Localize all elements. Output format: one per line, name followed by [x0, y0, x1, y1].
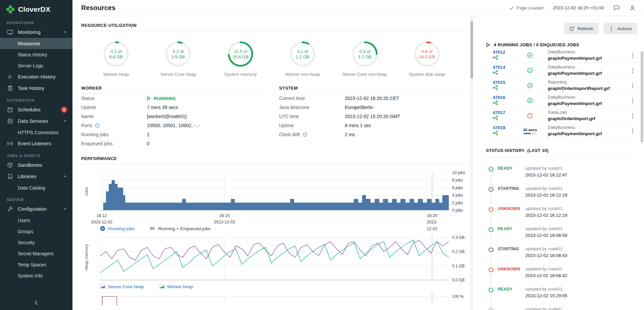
- main-scrollbar-thumb[interactable]: [471, 21, 473, 79]
- app-logo[interactable]: CloverDX: [0, 0, 72, 16]
- cpu-chart-partial: 100 %: [81, 292, 470, 305]
- job-graph-path: graph/OrderImportReport.grf: [548, 86, 628, 92]
- sidebar-item-secret-managers[interactable]: Secret Managers: [0, 248, 72, 259]
- power-status-icon: [487, 165, 495, 172]
- kebab-icon: ⋮: [609, 25, 614, 32]
- sidebar-item-server-logs[interactable]: Server Logs: [0, 60, 72, 71]
- job-graph-icon: [493, 70, 520, 76]
- sidebar: CloverDX OPERATIONS Monitoring Resources…: [0, 0, 72, 310]
- system-clock-drift-row: Clock drift 2 ms: [279, 130, 467, 139]
- sidebar-item-resources[interactable]: Resources: [0, 38, 72, 49]
- worker-running-jobs-row: Running jobs2: [81, 130, 263, 139]
- cpu-chart-plot: [100, 292, 449, 305]
- svg-text:1.2 GB: 1.2 GB: [296, 54, 309, 59]
- legend-running-jobs[interactable]: Running jobs: [100, 226, 135, 231]
- sidebar-item-groups[interactable]: Groups: [0, 226, 72, 237]
- y-tick-label: 6 jobs: [452, 186, 463, 190]
- status-history-entry: UNKNOWN updated by node012023-12-02 16:0…: [486, 262, 637, 282]
- error-icon: [527, 113, 533, 119]
- sidebar-item-libraries[interactable]: Libraries: [0, 171, 72, 182]
- sidebar-item-data-services[interactable]: Data Services: [0, 115, 72, 127]
- job-id-link[interactable]: 47015: [493, 80, 520, 85]
- play-outline-icon: [486, 43, 490, 47]
- gauge-server-core-heap: 0.2 of3.9 GB Server Core heap: [151, 41, 205, 77]
- app-root: CloverDX OPERATIONS Monitoring Resources…: [0, 0, 644, 310]
- heap-chart-legend: Server Core heap Worker heap: [100, 284, 470, 289]
- running-jobs-header: 4 RUNNING JOBS / 0 ENQUEUED JOBS: [486, 42, 637, 47]
- sidebar-item-temp-spaces[interactable]: Temp Spaces: [0, 259, 72, 270]
- gauge-ring-icon: 0.3 of1.2 GB: [352, 41, 378, 67]
- x-tick-label: 16:202023-12-02: [424, 213, 440, 232]
- updated-by: updated by node01: [525, 225, 567, 232]
- job-id-link[interactable]: 47017: [493, 110, 520, 115]
- job-menu-button[interactable]: ⋮: [628, 52, 637, 59]
- sidebar-item-users[interactable]: Users: [0, 215, 72, 226]
- sidebar-item-monitoring[interactable]: Monitoring: [0, 27, 72, 38]
- svg-text:0.6 of: 0.6 of: [422, 49, 433, 54]
- legend-worker-heap[interactable]: Worker heap: [159, 284, 193, 289]
- job-id-link[interactable]: 47014: [493, 65, 520, 70]
- right-panel-scrollbar[interactable]: [641, 51, 643, 143]
- sidebar-item-security[interactable]: Security: [0, 237, 72, 248]
- power-status-icon: [487, 185, 495, 193]
- job-menu-button[interactable]: ⋮: [628, 97, 637, 104]
- page-status-label: Page Loaded: [517, 5, 543, 10]
- sidebar-item-event-listeners[interactable]: Event Listeners: [0, 138, 72, 149]
- job-duration: 10 secs: [523, 128, 537, 132]
- chevron-up-icon: [63, 207, 67, 211]
- job-id-link[interactable]: 47018: [493, 125, 520, 130]
- job-id-link[interactable]: 47016: [493, 95, 520, 100]
- event-listeners-icon: [7, 140, 13, 147]
- gauge-label: System disk swap: [409, 72, 445, 77]
- sidebar-collapse-button[interactable]: [0, 295, 72, 310]
- job-id-link[interactable]: 47012: [493, 50, 520, 55]
- configuration-icon: [7, 206, 13, 212]
- feedback-button[interactable]: [613, 5, 620, 11]
- status-history-entry: STARTING updated by node012023-12-02 16:…: [486, 182, 637, 202]
- jobs-chart-plot: [100, 173, 449, 210]
- job-row: 47014 DailyBusinessgraph/PaymentImport.g…: [486, 63, 637, 78]
- legend-running-enqueued-jobs[interactable]: Running + Enqueued jobs: [150, 226, 211, 231]
- sidebar-item-status-history[interactable]: Status History: [0, 49, 72, 60]
- job-menu-button[interactable]: ⋮: [628, 67, 637, 74]
- info-icon[interactable]: [303, 132, 307, 137]
- sidebar-item-configuration[interactable]: Configuration: [0, 203, 72, 215]
- gauge-label: System memory: [224, 72, 257, 77]
- info-icon[interactable]: [95, 123, 100, 128]
- y-tick-label: 0.0 GB: [452, 278, 465, 282]
- updated-by: updated by node01: [525, 185, 567, 192]
- sidebar-item-sandboxes[interactable]: Sandboxes: [0, 159, 72, 171]
- sidebar-item-data-catalog[interactable]: Data Catalog: [0, 182, 72, 193]
- sidebar-item-execution-history[interactable]: Execution History: [0, 71, 72, 83]
- sidebar-sub-label: Data Catalog: [18, 185, 45, 191]
- y-tick-label: 0.1 GB: [452, 264, 465, 268]
- job-menu-button[interactable]: ⋮: [628, 112, 637, 119]
- user-menu-button[interactable]: [629, 5, 636, 11]
- sidebar-item-label: Schedules: [18, 107, 41, 112]
- main-content: RESOURCE UTILIZATION 0.2 of6.8 GB Worker…: [72, 16, 470, 310]
- status-label: READY: [498, 286, 525, 292]
- worker-name-row: Name[worker0@node01]: [81, 112, 263, 121]
- system-section: SYSTEM Current time2023-12-02 16:20:20 C…: [279, 86, 470, 148]
- sidebar-item-https-connectors[interactable]: HTTPS Connectors: [0, 127, 72, 138]
- enqueued-jobs-icon: [150, 226, 156, 231]
- sidebar-item-label: Event Listeners: [18, 141, 51, 146]
- status-history-header: STATUS HISTORY (LAST 10): [486, 148, 637, 157]
- svg-text:15.6 GB: 15.6 GB: [232, 54, 249, 59]
- status-label: STARTING: [498, 246, 525, 251]
- sidebar-item-schedules[interactable]: Schedules 1: [0, 104, 72, 115]
- main-scrollbar[interactable]: [470, 16, 473, 310]
- y-tick-label: 10 jobs: [452, 170, 465, 175]
- job-menu-button[interactable]: ⋮: [628, 82, 637, 89]
- legend-server-core-heap[interactable]: Server Core heap: [100, 284, 144, 289]
- schedules-icon: [7, 106, 13, 113]
- sidebar-item-task-history[interactable]: Task History: [0, 83, 72, 94]
- svg-text:0.2 of: 0.2 of: [111, 49, 122, 54]
- job-menu-button[interactable]: ⋮: [628, 127, 637, 135]
- actions-button[interactable]: ⋮ Actions: [603, 23, 637, 34]
- status-time: 2023-12-02 16:08:42: [525, 272, 567, 279]
- refresh-button[interactable]: Refresh: [564, 23, 598, 34]
- y-tick-label: 0 jobs: [452, 208, 463, 213]
- sidebar-item-system-info[interactable]: System Info: [0, 270, 72, 281]
- status-label: [498, 306, 525, 307]
